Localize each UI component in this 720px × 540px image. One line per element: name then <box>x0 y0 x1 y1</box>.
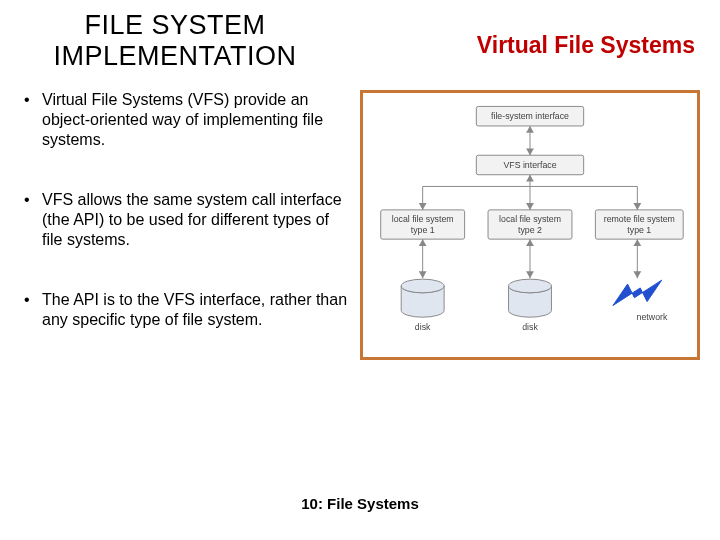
vfs-diagram: file-system interface VFS interface <box>360 90 700 360</box>
svg-marker-25 <box>633 239 641 246</box>
diagram-mid-box: VFS interface <box>503 160 556 170</box>
network-label: network <box>637 312 668 322</box>
slide-footer: 10: File Systems <box>0 495 720 512</box>
svg-marker-3 <box>526 148 534 155</box>
svg-marker-19 <box>419 239 427 246</box>
slide-title-right: Virtual File Systems <box>477 32 695 59</box>
list-item: VFS allows the same system call interfac… <box>20 190 350 250</box>
list-item: The API is to the VFS interface, rather … <box>20 290 350 330</box>
svg-marker-24 <box>633 271 641 278</box>
diagram-leaf2-line1: local file system <box>499 214 561 224</box>
svg-marker-2 <box>526 126 534 133</box>
disk-label-1: disk <box>415 322 431 332</box>
svg-marker-21 <box>526 271 534 278</box>
disk-label-2: disk <box>522 322 538 332</box>
bullet-list: Virtual File Systems (VFS) provide an ob… <box>20 90 350 370</box>
svg-marker-10 <box>419 203 427 210</box>
diagram-leaf1-line1: local file system <box>392 214 454 224</box>
diagram-leaf3-line1: remote file system <box>604 214 675 224</box>
svg-marker-22 <box>526 239 534 246</box>
diagram-leaf3-line2: type 1 <box>627 225 651 235</box>
svg-marker-12 <box>633 203 641 210</box>
list-item: Virtual File Systems (VFS) provide an ob… <box>20 90 350 150</box>
diagram-leaf2-line2: type 2 <box>518 225 542 235</box>
svg-marker-11 <box>526 203 534 210</box>
diagram-leaf1-line2: type 1 <box>411 225 435 235</box>
vfs-diagram-svg: file-system interface VFS interface <box>369 99 691 351</box>
disk-icon <box>509 279 552 317</box>
network-icon <box>613 280 662 305</box>
svg-marker-18 <box>419 271 427 278</box>
disk-icon <box>401 279 444 317</box>
svg-point-27 <box>509 279 552 293</box>
diagram-top-box: file-system interface <box>491 111 569 121</box>
slide-title-left: FILE SYSTEM IMPLEMENTATION <box>20 10 330 72</box>
svg-point-26 <box>401 279 444 293</box>
svg-marker-13 <box>526 175 534 182</box>
